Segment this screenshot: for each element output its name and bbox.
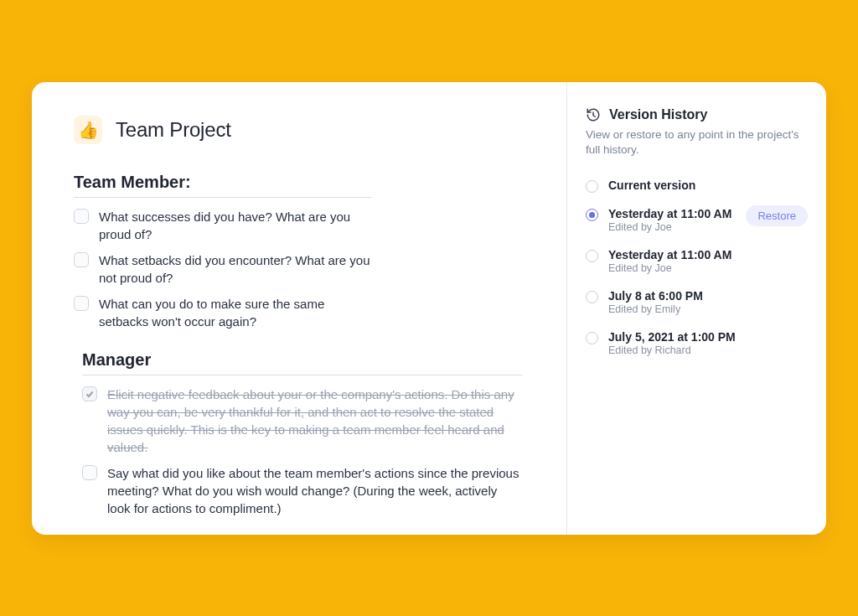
sidebar-header: Version History (586, 107, 808, 122)
version-content: Current version (608, 173, 808, 202)
version-item[interactable]: Current version (586, 173, 808, 202)
section-heading[interactable]: Team Member: (74, 173, 371, 198)
version-radio-column (586, 173, 598, 189)
version-content: July 5, 2021 at 1:00 PMEdited by Richard (608, 325, 808, 366)
version-content: Yesterday at 11:00 AMEdited by Joe (608, 243, 808, 284)
checklist-item-text[interactable]: What successes did you have? What are yo… (99, 208, 371, 243)
version-radio-column (586, 284, 598, 300)
version-radio[interactable] (586, 209, 598, 221)
version-item[interactable]: July 5, 2021 at 1:00 PMEdited by Richard (586, 325, 808, 366)
document-pane: 👍 Team Project Team Member: What success… (32, 82, 566, 535)
page-title[interactable]: Team Project (116, 118, 231, 142)
version-item[interactable]: July 8 at 6:00 PMEdited by Emily (586, 284, 808, 325)
page-emoji-icon[interactable]: 👍 (74, 116, 102, 144)
version-label: Yesterday at 11:00 AM (608, 248, 808, 261)
checkbox[interactable] (82, 386, 97, 401)
version-item[interactable]: Yesterday at 11:00 AMEdited by Joe (586, 243, 808, 284)
sidebar-title: Version History (609, 107, 707, 122)
version-radio-column (586, 243, 598, 259)
section-heading[interactable]: Manager (82, 350, 522, 375)
version-radio[interactable] (586, 332, 598, 344)
section-manager: Manager Elicit negative feedback about y… (82, 350, 522, 517)
checkbox[interactable] (74, 296, 89, 311)
version-item[interactable]: Yesterday at 11:00 AMEdited by JoeRestor… (586, 202, 808, 243)
version-radio-column (586, 202, 598, 218)
version-history-panel: Version History View or restore to any p… (566, 82, 826, 535)
checklist-item: What successes did you have? What are yo… (74, 208, 371, 243)
version-editor: Edited by Joe (608, 262, 808, 274)
version-list: Current versionYesterday at 11:00 AMEdit… (586, 173, 808, 366)
version-radio[interactable] (586, 180, 598, 193)
restore-button[interactable]: Restore (746, 205, 808, 226)
version-label: July 5, 2021 at 1:00 PM (608, 330, 808, 344)
checklist-item: Elicit negative feedback about your or t… (82, 386, 522, 456)
checklist-item-text[interactable]: What can you do to make sure the same se… (99, 295, 371, 330)
checklist-item: Say what did you like about the team mem… (82, 464, 522, 517)
app-card: 👍 Team Project Team Member: What success… (32, 82, 826, 535)
version-radio[interactable] (586, 250, 598, 262)
title-row: 👍 Team Project (74, 116, 525, 144)
version-radio-column (586, 325, 598, 344)
checkbox[interactable] (82, 465, 97, 480)
emoji: 👍 (78, 120, 99, 140)
checklist-item: What setbacks did you encounter? What ar… (74, 251, 371, 287)
version-radio[interactable] (586, 291, 598, 303)
checklist-item: What can you do to make sure the same se… (74, 295, 371, 330)
checklist-item-text[interactable]: Elicit negative feedback about your or t… (107, 386, 522, 456)
version-label: Current version (608, 179, 808, 192)
version-label: July 8 at 6:00 PM (608, 289, 808, 303)
version-editor: Edited by Emily (608, 303, 808, 315)
checklist-item-text[interactable]: What setbacks did you encounter? What ar… (99, 251, 371, 287)
version-content: July 8 at 6:00 PMEdited by Emily (608, 284, 808, 325)
section-team-member: Team Member: What successes did you have… (74, 173, 371, 330)
checklist-item-text[interactable]: Say what did you like about the team mem… (107, 464, 522, 517)
checkbox[interactable] (74, 252, 89, 267)
version-editor: Edited by Richard (608, 344, 808, 356)
checkbox[interactable] (74, 209, 89, 224)
sidebar-subtitle: View or restore to any point in the proj… (586, 127, 808, 159)
history-icon (586, 107, 601, 122)
